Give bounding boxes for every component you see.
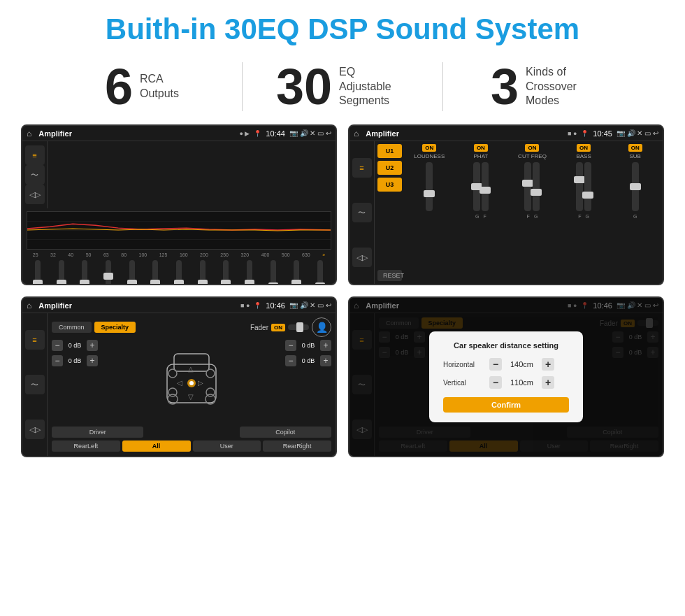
stats-row: 6 RCAOutputs 30 EQ AdjustableSegments 3 … xyxy=(0,55,685,124)
bottom-btns-3b: RearLeft All User RearRight xyxy=(52,440,331,452)
right-vol-col: − 0 dB + − 0 dB + xyxy=(285,340,331,424)
side-btn-3-2[interactable]: 〜 xyxy=(25,375,45,394)
eq-slider-col: 0 xyxy=(73,260,96,285)
eq-side-btn-2[interactable]: 〜 xyxy=(25,165,45,185)
specialty-tab[interactable]: Specialty xyxy=(94,322,136,333)
slider-track[interactable] xyxy=(82,260,87,285)
vol-minus-fr[interactable]: − xyxy=(285,340,296,351)
horizontal-plus[interactable]: + xyxy=(542,358,554,371)
stat-rca: 6 RCAOutputs xyxy=(42,62,242,112)
rearright-btn[interactable]: RearRight xyxy=(263,440,331,452)
fader-area: Fader ON xyxy=(250,324,309,331)
cutfreq-label: CUT FREQ xyxy=(518,153,547,159)
slider-track[interactable] xyxy=(317,260,323,285)
home-icon-1[interactable]: ⌂ xyxy=(27,129,31,138)
bottom-btns-3: Driver Copilot xyxy=(52,427,331,438)
u1-preset[interactable]: U1 xyxy=(377,144,402,158)
vol-minus-rl[interactable]: − xyxy=(52,355,63,366)
driver-btn[interactable]: Driver xyxy=(52,427,143,438)
home-icon-3[interactable]: ⌂ xyxy=(27,301,31,310)
side-btn-wave[interactable]: 〜 xyxy=(352,203,372,222)
slider-track[interactable] xyxy=(129,260,135,285)
vol-plus-rl[interactable]: + xyxy=(87,355,98,366)
eq-slider-col: 5 xyxy=(97,260,120,285)
slider-track[interactable] xyxy=(106,260,111,285)
status-icons-2: 📷 🔊 ✕ ▭ ↩ xyxy=(616,129,658,137)
fader-on[interactable]: ON xyxy=(271,324,285,331)
u3-preset[interactable]: U3 xyxy=(377,178,402,192)
svg-text:▽: ▽ xyxy=(188,393,194,401)
cutfreq-on[interactable]: ON xyxy=(525,144,539,152)
common-tab[interactable]: Common xyxy=(52,322,92,333)
eq-side-btn-1[interactable]: ≡ xyxy=(25,145,45,165)
sub-channel: ON SUB G xyxy=(610,144,660,281)
cutfreq-slider-g[interactable] xyxy=(533,162,540,211)
loudness-on[interactable]: ON xyxy=(422,144,436,152)
slider-track[interactable] xyxy=(152,260,158,285)
time-3: 10:46 xyxy=(266,301,285,310)
slider-track[interactable] xyxy=(35,260,41,285)
side-panel-2: ≡ 〜 ◁▷ xyxy=(349,141,375,284)
bass-slider-f[interactable] xyxy=(576,162,583,211)
sub-on[interactable]: ON xyxy=(628,144,642,152)
home-icon-2[interactable]: ⌂ xyxy=(354,129,359,138)
app-name-1: Amplifier xyxy=(38,129,235,138)
copilot-btn[interactable]: Copilot xyxy=(240,427,331,438)
loudness-slider[interactable] xyxy=(426,162,433,211)
slider-track[interactable] xyxy=(247,260,252,285)
side-btn-3-3[interactable]: ◁▷ xyxy=(25,420,45,439)
svg-point-10 xyxy=(168,369,177,378)
spacer-btn xyxy=(145,427,237,438)
slider-track[interactable] xyxy=(200,260,206,285)
sub-slider[interactable] xyxy=(632,162,639,211)
slider-track[interactable] xyxy=(59,260,64,285)
status-icons-3: 📷 🔊 ✕ ▭ ↩ xyxy=(289,301,331,309)
slider-track[interactable] xyxy=(271,260,276,285)
all-btn[interactable]: All xyxy=(122,440,191,452)
vol-plus-rr[interactable]: + xyxy=(320,355,331,366)
location-icon-2: 📍 xyxy=(581,130,589,137)
screen2-amp: ⌂ Amplifier ■ ● 📍 10:45 📷 🔊 ✕ ▭ ↩ ≡ 〜 ◁▷… xyxy=(348,124,664,285)
vol-plus-fr[interactable]: + xyxy=(320,340,331,351)
side-panel-3: ≡ 〜 ◁▷ xyxy=(22,313,48,456)
eq-side-btn-3[interactable]: ◁▷ xyxy=(25,185,45,204)
svg-text:△: △ xyxy=(188,365,194,373)
vol-row-rr: − 0 dB + xyxy=(285,355,331,366)
screen3-crossover: ⌂ Amplifier ■ ● 📍 10:46 📷 🔊 ✕ ▭ ↩ ≡ 〜 ◁▷… xyxy=(21,296,337,457)
rearleft-btn[interactable]: RearLeft xyxy=(52,440,120,452)
svg-point-13 xyxy=(206,388,215,396)
vol-minus-fl[interactable]: − xyxy=(52,340,63,351)
bass-on[interactable]: ON xyxy=(577,144,591,152)
confirm-button[interactable]: Confirm xyxy=(443,397,569,413)
slider-track[interactable] xyxy=(294,260,299,285)
u2-preset[interactable]: U2 xyxy=(377,161,402,175)
speaker-layout: − 0 dB + − 0 dB + xyxy=(52,340,331,424)
eq-sliders: 0 0 0 5 0 xyxy=(27,260,331,285)
vol-minus-rr[interactable]: − xyxy=(285,355,296,366)
user-btn[interactable]: User xyxy=(193,440,261,452)
page-title: Buith-in 30EQ DSP Sound System xyxy=(0,0,685,55)
slider-track[interactable] xyxy=(223,260,229,285)
fader-slider[interactable] xyxy=(288,324,309,330)
reset-preset[interactable]: RESET xyxy=(377,270,402,281)
phat-slider-f[interactable] xyxy=(482,162,489,211)
side-btn-3-1[interactable]: ≡ xyxy=(25,330,45,350)
dialog-overlay: Car speaker distance setting Horizontal … xyxy=(349,298,663,456)
stat-label-rca: RCAOutputs xyxy=(140,72,179,101)
side-btn-eq2[interactable]: ≡ xyxy=(352,158,372,178)
bass-slider-g[interactable] xyxy=(584,162,591,211)
vol-plus-fl[interactable]: + xyxy=(87,340,98,351)
svg-point-11 xyxy=(206,369,215,378)
phat-on[interactable]: ON xyxy=(474,144,488,152)
vertical-plus[interactable]: + xyxy=(542,376,554,389)
eq-slider-col: -1 xyxy=(309,260,331,285)
side-btn-lr[interactable]: ◁▷ xyxy=(352,248,372,267)
cutfreq-slider-f[interactable] xyxy=(524,162,531,211)
horizontal-minus[interactable]: − xyxy=(489,358,502,371)
eq-slider-col: 0 xyxy=(144,260,166,285)
slider-track[interactable] xyxy=(176,260,182,285)
vertical-minus[interactable]: − xyxy=(489,376,502,389)
user-profile-icon[interactable]: 👤 xyxy=(312,317,331,337)
vertical-value: 110cm xyxy=(506,378,538,387)
horizontal-value: 140cm xyxy=(506,360,538,368)
